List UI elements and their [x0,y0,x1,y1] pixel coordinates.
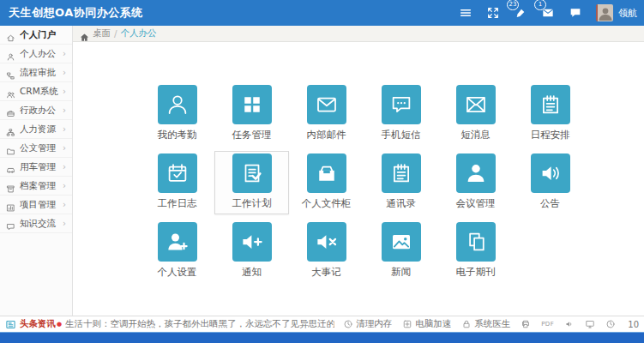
app-title: 天生创想OA协同办公系统 [9,5,143,21]
tray-clock-value: 10 [628,320,639,329]
mail-icon[interactable]: 1 [541,6,555,20]
app-tile-12[interactable]: 公告 [513,151,587,214]
chevron-right-icon: › [63,49,66,58]
flow-icon [6,68,15,77]
app-tile-label: 任务管理 [215,129,288,141]
sidebar-item-11[interactable]: 知识交流› [0,214,72,233]
user-outline-icon [158,85,197,124]
app-tile-label: 内部邮件 [290,129,363,141]
app-tile-5[interactable]: 短消息 [438,82,513,146]
user-avatar[interactable] [596,4,613,21]
app-tile-label: 工作计划 [215,197,288,210]
volume-icon [531,153,570,193]
sitemap-icon [6,124,15,134]
sidebar-item-4[interactable]: CRM系统› [0,82,72,101]
user-menu[interactable]: 领航 [596,4,637,21]
user-name: 领航 [618,7,637,20]
tray-tool-label: 电脑加速 [415,318,451,330]
app-tile-10[interactable]: 通讯录 [364,151,438,214]
app-tile-label: 短消息 [439,129,512,141]
chevron-right-icon: › [63,200,66,209]
sidebar-item-label: 个人门户 [20,29,66,41]
app-tile-label: 日程安排 [514,129,587,141]
app-tile-14[interactable]: 通知 [214,220,289,283]
app-tile-label: 电子期刊 [439,266,512,279]
copy-icon [456,222,496,262]
app-tile-label: 大事记 [290,266,363,279]
folder-icon [6,143,15,153]
sidebar-item-5[interactable]: 行政办公› [0,101,72,120]
sidebar-item-label: 公文管理 [20,142,63,154]
pdf-icon[interactable]: PDF [541,321,554,328]
app-tile-11[interactable]: 会议管理 [438,151,513,214]
chevron-right-icon: › [63,219,66,228]
app-tile-9[interactable]: 个人文件柜 [289,151,364,214]
sidebar-item-label: 人力资源 [20,123,63,135]
fullscreen-icon[interactable] [486,6,500,20]
volume-icon[interactable] [564,319,575,329]
app-tile-16[interactable]: 新闻 [364,220,438,283]
sidebar-item-6[interactable]: 人力资源› [0,120,72,139]
app-tile-15[interactable]: 大事记 [289,220,364,283]
image-icon [382,222,421,262]
app-tile-label: 会议管理 [439,197,512,210]
app-tile-17[interactable]: 电子期刊 [438,220,513,283]
newspaper-icon [5,319,16,330]
app-tile-3[interactable]: 内部邮件 [289,82,364,146]
sms-icon [382,85,421,124]
sidebar-item-8[interactable]: 用车管理› [0,158,72,177]
notepad-icon [531,85,570,124]
user-solid-icon [456,153,496,193]
app-tile-13[interactable]: 个人设置 [140,220,214,283]
tray-tool-2[interactable]: 电脑加速 [402,318,451,330]
plus-square-icon [402,319,412,329]
app-tile-label: 工作日志 [141,197,214,210]
app-tile-2[interactable]: 任务管理 [214,82,289,146]
chevron-right-icon: › [63,87,66,96]
home-icon [80,29,89,39]
breadcrumb-current[interactable]: 个人办公 [121,27,157,39]
breadcrumb-root[interactable]: 桌面 [93,27,111,39]
app-grid: 我的考勤任务管理内部邮件手机短信短消息日程安排工作日志工作计划个人文件柜通讯录会… [73,42,644,316]
sidebar-item-2[interactable]: 个人办公› [0,45,72,63]
sidebar-item-1[interactable]: 个人门户 [0,26,72,45]
home-icon [6,30,15,39]
chevron-right-icon: › [63,143,66,153]
chevron-right-icon: › [63,162,66,172]
app-tile-label: 个人文件柜 [290,197,363,210]
tray-tool-3[interactable]: 系统医生 [461,318,510,330]
comment-icon[interactable] [569,6,582,20]
tray-tool-1[interactable]: 清理内存 [343,318,392,330]
app-tile-label: 我的考勤 [141,129,214,141]
sidebar-item-9[interactable]: 档案管理› [0,177,72,196]
breadcrumb: 桌面 / 个人办公 [73,26,644,42]
ticker-news-link[interactable]: 生活十则：空调开始热，孩子都外出晒黑了，永远忘不了见异思迁的眼神 [65,318,334,330]
volume-x-icon [307,222,346,262]
sidebar-item-label: 个人办公 [20,48,63,60]
app-tile-label: 通知 [215,266,288,279]
app-window: 天生创想OA协同办公系统 231 领航 个人门户个人办公›流程审批›CRM系统›… [0,0,644,343]
chat-icon [6,219,15,228]
monitor-icon[interactable] [585,319,595,329]
brush-icon[interactable]: 23 [514,6,527,20]
sidebar-item-label: 用车管理 [20,161,63,173]
briefcase-icon [6,105,15,115]
sidebar-item-7[interactable]: 公文管理› [0,139,72,158]
app-tile-label: 手机短信 [364,129,437,141]
app-tile-7[interactable]: 工作日志 [140,151,214,214]
clock-icon[interactable] [605,319,616,329]
status-ticker-bar: 头条资讯 ● 生活十则：空调开始热，孩子都外出晒黑了，永远忘不了见异思迁的眼神 … [0,316,644,332]
os-taskbar[interactable] [0,332,644,343]
user-plus-icon [158,222,197,262]
menu-icon[interactable] [459,6,472,20]
printer-icon[interactable] [521,319,531,329]
notification-badge: 23 [507,0,519,10]
notepad-icon [382,153,421,193]
app-tile-8[interactable]: 工作计划 [214,151,289,214]
app-tile-4[interactable]: 手机短信 [364,82,438,146]
app-tile-6[interactable]: 日程安排 [513,82,587,146]
sidebar-item-3[interactable]: 流程审批› [0,63,72,82]
sidebar-item-10[interactable]: 项目管理› [0,196,72,214]
app-tile-1[interactable]: 我的考勤 [140,82,214,146]
app-tile-label: 个人设置 [141,266,214,279]
